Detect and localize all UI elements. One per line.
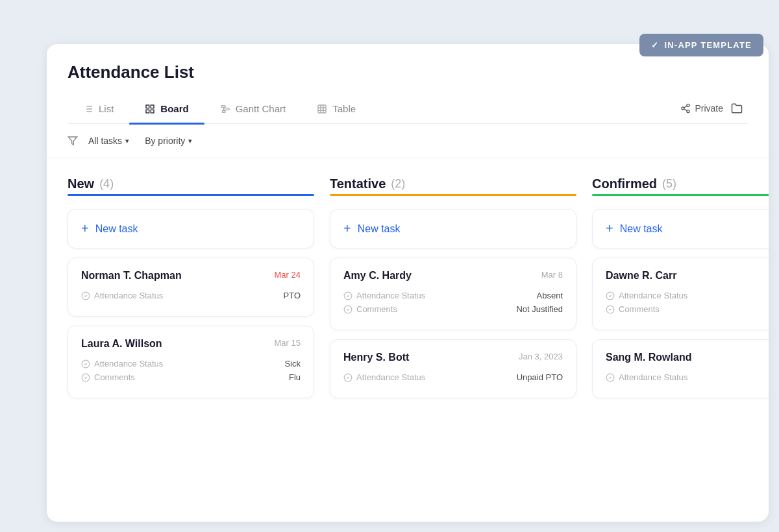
task-field: Comments Not Justified bbox=[343, 304, 563, 314]
list-icon bbox=[83, 104, 93, 114]
new-task-label: New task bbox=[95, 223, 138, 235]
field-check-icon bbox=[606, 291, 615, 300]
task-card-confirmed-1[interactable]: Sang M. RowlandSep 5 Attendance Status H… bbox=[592, 339, 769, 398]
task-field-value: Unpaid PTO bbox=[517, 372, 563, 382]
all-tasks-chevron: ▾ bbox=[125, 137, 129, 145]
column-header-tentative: Tentative(2) bbox=[330, 176, 576, 191]
task-field-label: Comments bbox=[606, 304, 660, 314]
task-field-value: Absent bbox=[537, 291, 563, 300]
folder-action[interactable] bbox=[731, 103, 743, 114]
new-task-button-tentative[interactable]: + New task bbox=[330, 209, 576, 248]
column-header-new: New(4) bbox=[68, 176, 314, 191]
svg-line-4 bbox=[684, 106, 687, 108]
task-card-tentative-1[interactable]: Henry S. BottJan 3, 2023 Attendance Stat… bbox=[330, 339, 576, 398]
task-card-top: Laura A. WillsonMar 15 bbox=[81, 338, 301, 350]
task-name: Amy C. Hardy bbox=[343, 270, 412, 282]
svg-rect-18 bbox=[318, 105, 326, 113]
task-card-tentative-0[interactable]: Amy C. HardyMar 8 Attendance Status Abse… bbox=[330, 258, 576, 330]
field-check-icon bbox=[606, 373, 615, 382]
svg-rect-14 bbox=[146, 110, 149, 113]
share-icon bbox=[680, 103, 691, 114]
banner-label: IN-APP TEMPLATE bbox=[664, 40, 752, 50]
all-tasks-label: All tasks bbox=[88, 136, 122, 146]
task-name: Laura A. Willson bbox=[81, 338, 162, 350]
task-field-value: Flu bbox=[289, 372, 301, 382]
field-check-icon bbox=[343, 305, 352, 314]
task-date: Mar 15 bbox=[275, 338, 301, 348]
task-field-value: Sick bbox=[284, 359, 301, 369]
task-card-top: Sang M. RowlandSep 5 bbox=[606, 352, 769, 363]
tab-table[interactable]: Table bbox=[301, 95, 371, 123]
field-check-icon bbox=[343, 291, 352, 300]
task-field-label: Attendance Status bbox=[343, 291, 425, 300]
task-name: Henry S. Bott bbox=[343, 352, 409, 363]
new-task-label: New task bbox=[358, 223, 401, 235]
task-field-label: Comments bbox=[81, 372, 135, 382]
task-field: Comments Easter bbox=[606, 304, 769, 314]
column-underline-confirmed bbox=[592, 194, 769, 196]
new-task-button-confirmed[interactable]: + New task bbox=[592, 209, 769, 248]
private-label: Private bbox=[695, 103, 723, 114]
task-card-top: Henry S. BottJan 3, 2023 bbox=[343, 352, 563, 363]
tab-gantt-label: Gantt Chart bbox=[236, 103, 286, 114]
task-field: Attendance Status Holiday bbox=[606, 291, 769, 300]
task-card-top: Norman T. ChapmanMar 24 bbox=[81, 270, 301, 282]
by-priority-chevron: ▾ bbox=[188, 137, 192, 145]
board-column-confirmed: Confirmed(5) + New task Dawne R. CarrNov… bbox=[592, 176, 769, 522]
task-field-value: Not Justified bbox=[516, 304, 563, 314]
tab-board-label: Board bbox=[160, 103, 188, 114]
plus-icon: + bbox=[81, 221, 89, 236]
tab-gantt[interactable]: Gantt Chart bbox=[204, 95, 302, 123]
task-card-new-0[interactable]: Norman T. ChapmanMar 24 Attendance Statu… bbox=[68, 258, 314, 317]
field-check-icon bbox=[81, 373, 90, 382]
tab-board[interactable]: Board bbox=[129, 95, 204, 123]
column-header-confirmed: Confirmed(5) bbox=[592, 176, 769, 191]
task-field: Attendance Status Holiday bbox=[606, 372, 769, 382]
task-field: Attendance Status Absent bbox=[343, 291, 563, 300]
svg-rect-17 bbox=[222, 110, 225, 112]
column-title-tentative: Tentative bbox=[330, 176, 386, 191]
task-field-value: PTO bbox=[284, 291, 301, 300]
column-underline-new bbox=[68, 194, 314, 196]
task-field-label: Attendance Status bbox=[81, 359, 163, 369]
task-date: Jan 3, 2023 bbox=[519, 352, 563, 361]
by-priority-filter[interactable]: By priority ▾ bbox=[140, 133, 197, 149]
all-tasks-filter[interactable]: All tasks ▾ bbox=[83, 133, 134, 149]
field-check-icon bbox=[81, 359, 90, 369]
folder-icon bbox=[731, 103, 743, 114]
banner-checkmark: ✓ bbox=[651, 40, 659, 50]
task-name: Norman T. Chapman bbox=[81, 270, 182, 282]
by-priority-label: By priority bbox=[145, 136, 185, 146]
column-underline-tentative bbox=[330, 194, 576, 196]
task-card-top: Amy C. HardyMar 8 bbox=[343, 270, 563, 282]
column-count-confirmed: (5) bbox=[662, 177, 676, 191]
share-action[interactable]: Private bbox=[680, 103, 723, 114]
task-card-confirmed-0[interactable]: Dawne R. CarrNov 24 Attendance Status Ho… bbox=[592, 258, 769, 330]
task-field: Attendance Status Sick bbox=[81, 359, 301, 369]
tab-table-label: Table bbox=[332, 103, 356, 114]
field-check-icon bbox=[81, 291, 90, 300]
svg-line-3 bbox=[684, 109, 687, 111]
tab-list[interactable]: List bbox=[68, 95, 129, 123]
task-card-new-1[interactable]: Laura A. WillsonMar 15 Attendance Status… bbox=[68, 326, 314, 398]
table-icon bbox=[317, 104, 327, 114]
task-name: Dawne R. Carr bbox=[606, 270, 676, 282]
new-task-button-new[interactable]: + New task bbox=[68, 209, 314, 248]
plus-icon: + bbox=[606, 221, 613, 236]
svg-rect-11 bbox=[146, 105, 149, 108]
board-icon bbox=[145, 104, 155, 114]
svg-rect-12 bbox=[151, 105, 155, 108]
svg-rect-15 bbox=[221, 105, 225, 107]
new-task-label: New task bbox=[620, 223, 663, 235]
page-title: Attendance List bbox=[68, 62, 748, 82]
column-count-tentative: (2) bbox=[391, 177, 405, 191]
svg-rect-16 bbox=[223, 108, 229, 110]
column-title-new: New bbox=[68, 176, 94, 191]
tab-list-label: List bbox=[99, 103, 114, 114]
filter-icon bbox=[68, 136, 78, 146]
task-field-label: Comments bbox=[343, 304, 397, 314]
board-column-new: New(4) + New task Norman T. ChapmanMar 2… bbox=[68, 176, 314, 522]
in-app-banner: ✓ IN-APP TEMPLATE bbox=[639, 34, 763, 56]
task-field-label: Attendance Status bbox=[81, 291, 163, 300]
task-date: Mar 24 bbox=[275, 270, 301, 280]
